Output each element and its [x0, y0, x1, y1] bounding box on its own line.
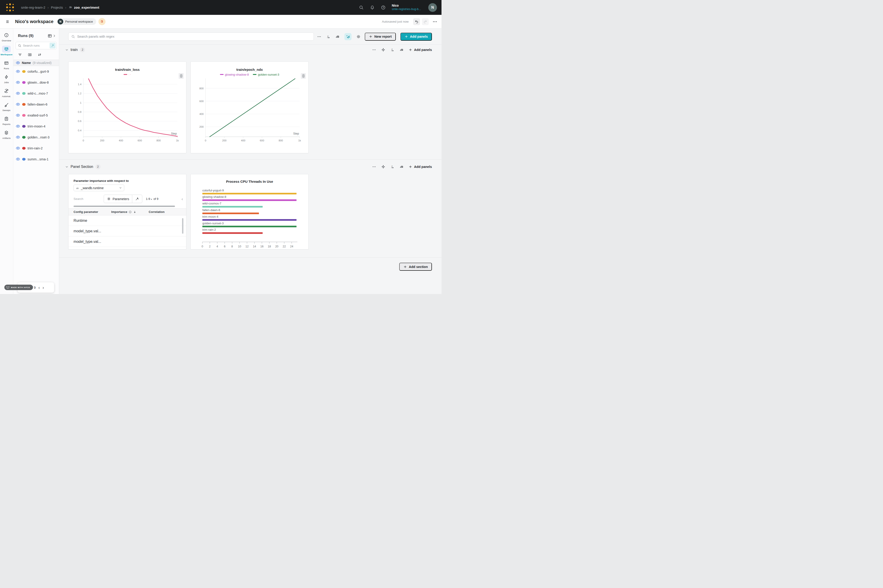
sidebar-item-artifacts[interactable]: Artifacts	[0, 129, 13, 140]
undo-button[interactable]	[413, 18, 420, 25]
chevron-right-icon[interactable]	[52, 34, 56, 38]
section-add-panels-button[interactable]: Add panels	[409, 48, 432, 52]
importance-page-range[interactable]: 1-9 ▾	[146, 197, 151, 201]
train-loss-chart[interactable]: 0.40.60.811.21.402004006008001kStep	[69, 63, 187, 146]
eye-visible-icon[interactable]	[16, 70, 20, 73]
search-runs-input[interactable]: Search runs .*	[15, 42, 57, 50]
breadcrumb-projects[interactable]: Projects	[51, 6, 63, 9]
eye-visible-icon[interactable]	[16, 125, 20, 128]
sidebar-item-reports[interactable]: Reports	[0, 116, 13, 125]
info-icon[interactable]	[129, 210, 132, 214]
filter-icon[interactable]	[18, 52, 22, 57]
runs-table-expand-icon[interactable]	[48, 34, 52, 38]
run-row[interactable]: golden...nset-3	[13, 132, 59, 143]
search-icon[interactable]	[359, 5, 364, 10]
panel-train-loss[interactable]: train/train_loss : - 0.40.60.811.21.4020…	[68, 62, 186, 153]
sidebar-item-overview[interactable]: Overview	[0, 32, 13, 42]
help-icon[interactable]: ?	[381, 5, 386, 10]
add-panels-button[interactable]: Add panels	[400, 33, 432, 40]
search-panels-input[interactable]: Search panels with regex	[68, 33, 314, 40]
run-row[interactable]: glowin...dow-8	[13, 77, 59, 88]
col-correlation[interactable]: Correlation	[149, 210, 186, 214]
eye-visible-icon[interactable]	[16, 81, 20, 84]
importance-table-row[interactable]: model_type.val...	[69, 226, 186, 236]
run-row[interactable]: fallen-dawn-6	[13, 99, 59, 110]
smoothing-iron-icon[interactable]	[399, 48, 403, 52]
magic-wand-icon	[135, 197, 139, 201]
hamburger-menu-icon[interactable]	[6, 20, 10, 24]
run-row[interactable]: trim-rain-2	[13, 143, 59, 154]
eye-visible-icon[interactable]	[16, 103, 20, 106]
eye-visible-icon[interactable]	[16, 136, 20, 139]
col-config-parameter[interactable]: Config parameter	[73, 210, 111, 214]
horizontal-scrollbar[interactable]	[73, 206, 175, 207]
sidebar-item-sweeps[interactable]: Sweeps	[0, 101, 13, 111]
workspace-badge[interactable]: N Personal workspace	[57, 18, 96, 25]
chevron-down-icon[interactable]	[65, 48, 69, 52]
panel-cpu-threads[interactable]: Process CPU Threads In Use colorful-yogu…	[190, 174, 309, 249]
sidebar-item-runs[interactable]: Runs	[0, 60, 13, 70]
pager-next-button[interactable]: ›	[42, 285, 44, 290]
run-row[interactable]: wild-c...mos-7	[13, 88, 59, 99]
avatar[interactable]: N	[428, 3, 437, 12]
run-row[interactable]: colorfu...gurt-9	[13, 66, 59, 77]
importance-search-input[interactable]: Search	[73, 197, 83, 201]
more-options-icon[interactable]	[317, 34, 321, 39]
eye-visible-icon[interactable]	[16, 92, 20, 95]
x-axis-settings-icon[interactable]: x	[326, 34, 330, 39]
redo-button[interactable]	[422, 18, 429, 25]
importance-table-row[interactable]: model_type.val...	[69, 236, 186, 247]
smoothing-iron-icon[interactable]	[399, 165, 403, 169]
settings-gear-icon[interactable]	[356, 34, 361, 39]
notifications-bell-icon[interactable]	[370, 5, 375, 10]
panel-epoch-ndx[interactable]: train/epoch_ndx glowing-shadow-8 golden-…	[190, 62, 309, 153]
bookmark-remove-icon[interactable]	[99, 18, 105, 25]
collapse-left-icon[interactable]: ‹	[179, 196, 183, 201]
group-list-icon[interactable]	[28, 52, 32, 57]
run-row[interactable]: summ...sma-1	[13, 154, 59, 165]
breadcrumb-team[interactable]: smle-reg-team-2	[21, 6, 45, 9]
metric-dropdown[interactable]: _wandb.runtime	[73, 184, 124, 191]
epoch-ndx-chart[interactable]: 20040060080002004006008001kStep	[191, 63, 309, 146]
x-axis-settings-icon[interactable]: x	[390, 165, 394, 169]
col-importance[interactable]: Importance	[111, 210, 127, 214]
section-more-icon[interactable]	[372, 165, 376, 169]
x-axis-settings-icon[interactable]: x	[390, 48, 394, 52]
section-more-icon[interactable]	[372, 48, 376, 52]
workspace-more-menu-icon[interactable]	[432, 19, 438, 24]
plus-icon	[403, 265, 407, 268]
vertical-scrollbar[interactable]	[182, 218, 183, 234]
sidebar-item-workspace[interactable]: Workspace	[0, 46, 13, 56]
eye-visible-icon[interactable]	[16, 114, 20, 117]
importance-table-row[interactable]: Runtime	[69, 215, 186, 226]
wandb-logo-icon[interactable]	[6, 3, 15, 12]
eye-visible-icon[interactable]	[16, 147, 20, 150]
cpu-threads-chart[interactable]: colorful-yogurt-9glowing-shadow-8wild-co…	[191, 185, 309, 250]
run-row[interactable]: exalted-surf-5	[13, 110, 59, 121]
pager-prev-button[interactable]: ‹	[38, 285, 40, 290]
pin-sparkle-icon[interactable]	[381, 165, 385, 169]
section-title[interactable]: train	[70, 48, 78, 52]
parameters-button[interactable]: Parameters	[104, 195, 132, 203]
chevron-down-icon[interactable]	[65, 165, 69, 169]
sidebar-item-automat[interactable]: Automat.	[0, 87, 13, 98]
pin-sparkle-icon[interactable]	[381, 48, 385, 52]
magic-wand-button[interactable]	[132, 195, 142, 203]
eye-visible-icon[interactable]	[16, 158, 20, 161]
sort-icon[interactable]	[37, 52, 42, 57]
scatter-mode-button[interactable]	[345, 33, 351, 40]
section-title[interactable]: Panel Section	[70, 165, 93, 169]
breadcrumb-project[interactable]: zoo_experiment	[69, 6, 99, 9]
run-row[interactable]: trim-moon-4	[13, 121, 59, 132]
new-report-button[interactable]: New report	[365, 33, 396, 40]
regex-toggle[interactable]: .*	[49, 43, 55, 48]
section-add-panels-button[interactable]: Add panels	[409, 165, 432, 169]
add-section-button[interactable]: Add section	[399, 263, 432, 271]
panel-parameter-importance[interactable]: Parameter importance with respect to _wa…	[68, 174, 186, 249]
sort-desc-arrow-icon[interactable]	[133, 210, 136, 214]
sidebar-item-jobs[interactable]: Jobs	[0, 74, 13, 84]
runs-list-header[interactable]: Name (9 visualized)	[13, 60, 59, 66]
smoothing-iron-icon[interactable]	[335, 34, 340, 39]
svg-text:600: 600	[138, 139, 142, 142]
user-menu[interactable]: Nico smle-registries-bug-b...	[392, 4, 421, 11]
